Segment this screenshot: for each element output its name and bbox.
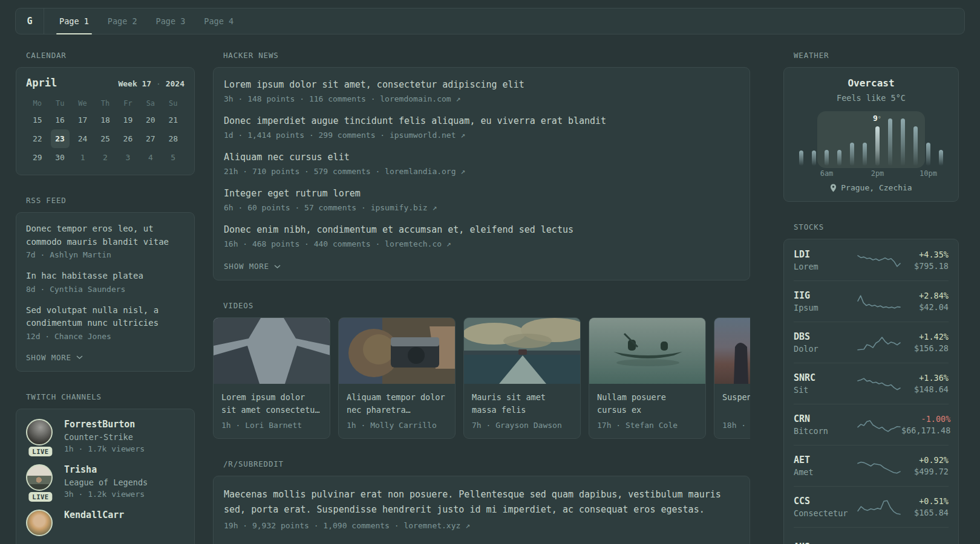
calendar-week-year: Week 17 · 2024: [118, 79, 185, 88]
subreddit-widget: Maecenas mollis pulvinar erat non posuer…: [213, 476, 750, 544]
video-title[interactable]: Nullam posuere cursus ex: [597, 391, 697, 416]
stock-price: $148.64: [901, 384, 949, 394]
rss-item[interactable]: In hac habitasse platea 8d · Cynthia Sau…: [26, 270, 185, 294]
calendar-day[interactable]: 15: [28, 111, 47, 129]
video-card[interactable]: Suspendisse diam 18h · Tara: [714, 317, 750, 439]
tab-page-3[interactable]: Page 3: [155, 8, 187, 34]
stock-row[interactable]: IIG Ipsum +2.84% $42.04: [794, 280, 949, 322]
stock-values: +0.92% $499.72: [901, 455, 949, 476]
hackernews-item[interactable]: Integer eget rutrum lorem 6h · 60 points…: [224, 187, 739, 212]
stock-sparkline: [857, 496, 901, 518]
video-card[interactable]: Mauris sit amet massa felis 7h · Grayson…: [463, 317, 581, 439]
hackernews-item-title[interactable]: Aliquam nec cursus elit: [224, 151, 739, 164]
calendar-day-selected[interactable]: 23: [51, 129, 70, 148]
weather-location-text: Prague, Czechia: [841, 183, 912, 192]
stock-price: $66,171.48: [901, 426, 950, 435]
video-card[interactable]: Nullam posuere cursus ex 17h · Stefan Co…: [589, 317, 706, 439]
twitch-channel-row[interactable]: LIVE Trisha League of Legends 3h · 1.2k …: [26, 464, 185, 499]
stock-row[interactable]: DBS Dolor +1.42% $156.28: [794, 322, 949, 363]
twitch-channel-row[interactable]: LIVE ForrestBurton Counter-Strike 1h · 1…: [26, 419, 185, 453]
video-title[interactable]: Lorem ipsum dolor sit amet consectetu…: [221, 391, 322, 416]
calendar-day[interactable]: 29: [28, 148, 47, 167]
twitch-channel-row[interactable]: KendallCarr: [26, 510, 185, 536]
stock-id: LDI Lorem: [794, 249, 857, 271]
item-link-domain[interactable]: loremlandia.org: [385, 167, 456, 176]
tab-page-2[interactable]: Page 2: [106, 8, 139, 34]
twitch-channel-name[interactable]: ForrestBurton: [64, 419, 145, 430]
stock-row[interactable]: SNRC Sit +1.36% $148.64: [794, 363, 949, 404]
rss-show-more-button[interactable]: SHOW MORE: [26, 353, 83, 362]
tab-label: Page 3: [156, 16, 186, 26]
hackernews-item-title[interactable]: Donec imperdiet augue tincidunt felis al…: [224, 115, 739, 128]
app-logo[interactable]: G: [16, 8, 44, 34]
top-bar: G Page 1 Page 2 Page 3 Page 4: [15, 8, 965, 34]
tab-page-1[interactable]: Page 1: [58, 8, 90, 34]
hackernews-show-more-button[interactable]: SHOW MORE: [224, 262, 281, 271]
hackernews-item-title[interactable]: Donec enim nibh, condimentum et accumsan…: [224, 224, 739, 236]
video-title[interactable]: Aliquam tempor dolor nec pharetra…: [347, 391, 447, 416]
hackernews-item-title[interactable]: Integer eget rutrum lorem: [224, 187, 739, 200]
weekday-label: Fr: [123, 99, 132, 108]
item-link-domain[interactable]: loremtech.co: [385, 239, 442, 248]
calendar-day-next-month[interactable]: 1: [73, 148, 92, 167]
calendar-day[interactable]: 24: [73, 129, 92, 148]
rss-item-title[interactable]: In hac habitasse platea: [26, 270, 185, 283]
twitch-channel-name[interactable]: Trisha: [64, 464, 148, 475]
calendar-day-next-month[interactable]: 4: [141, 148, 160, 167]
calendar-day[interactable]: 26: [119, 129, 137, 148]
calendar-day[interactable]: 20: [141, 111, 160, 129]
calendar-day[interactable]: 19: [119, 111, 137, 129]
stock-row[interactable]: AET Amet +0.92% $499.72: [794, 445, 949, 486]
item-link-domain[interactable]: loremdomain.com: [380, 94, 451, 103]
external-link-icon: ↗: [460, 131, 465, 140]
item-link-domain[interactable]: ipsumify.biz: [371, 203, 428, 212]
stock-change: +1.42%: [901, 332, 949, 342]
item-link-domain[interactable]: ipsumworld.net: [390, 131, 456, 140]
stock-row[interactable]: AHS +0.46%: [794, 527, 949, 544]
video-card[interactable]: Aliquam tempor dolor nec pharetra… 1h · …: [338, 317, 456, 439]
stock-change: +0.51%: [901, 496, 949, 506]
right-column: WEATHER Overcast Feels like 5°C 9° 6am 2…: [783, 34, 959, 544]
video-card[interactable]: Lorem ipsum dolor sit amet consectetu… 1…: [213, 317, 330, 439]
stock-row[interactable]: LDI Lorem +4.35% $795.18: [794, 239, 949, 280]
hackernews-item[interactable]: Lorem ipsum dolor sit amet, consectetur …: [224, 79, 739, 103]
weather-location[interactable]: Prague, Czechia: [795, 183, 947, 192]
calendar-day[interactable]: 27: [141, 129, 160, 148]
page-tabs: Page 1 Page 2 Page 3 Page 4: [58, 8, 251, 34]
stock-ticker: AHS: [794, 542, 857, 544]
calendar-day[interactable]: 16: [51, 111, 70, 129]
calendar-day[interactable]: 18: [96, 111, 114, 129]
item-link-domain[interactable]: loremnet.xyz: [403, 521, 460, 530]
rss-item[interactable]: Sed volutpat nulla nisl, a condimentum n…: [26, 304, 185, 341]
stock-price: $156.28: [901, 343, 949, 353]
rss-item-title[interactable]: Sed volutpat nulla nisl, a condimentum n…: [26, 304, 185, 330]
hackernews-item[interactable]: Donec imperdiet augue tincidunt felis al…: [224, 115, 739, 140]
twitch-channel-name[interactable]: KendallCarr: [64, 510, 124, 520]
calendar-day[interactable]: 30: [51, 148, 70, 167]
hackernews-item-title[interactable]: Lorem ipsum dolor sit amet, consectetur …: [224, 79, 739, 91]
rss-widget: Donec tempor eros leo, ut commodo mauris…: [16, 212, 195, 372]
calendar-day-next-month[interactable]: 5: [164, 148, 183, 167]
calendar-day-next-month[interactable]: 3: [119, 148, 137, 167]
tab-page-4[interactable]: Page 4: [203, 8, 235, 34]
calendar-day[interactable]: 25: [96, 129, 114, 148]
hackernews-item[interactable]: Aliquam nec cursus elit 21h · 710 points…: [224, 151, 739, 176]
subreddit-post-title[interactable]: Maecenas mollis pulvinar erat non posuer…: [224, 487, 739, 517]
video-title[interactable]: Suspendisse diam: [722, 391, 750, 416]
rss-item[interactable]: Donec tempor eros leo, ut commodo mauris…: [26, 222, 185, 259]
rss-item-title[interactable]: Donec tempor eros leo, ut commodo mauris…: [26, 222, 185, 248]
stock-name: Bitcorn: [794, 426, 857, 436]
calendar-day[interactable]: 28: [164, 129, 183, 148]
stock-row[interactable]: CRN Bitcorn -1.00% $66,171.48: [794, 404, 949, 445]
calendar-day[interactable]: 22: [28, 129, 47, 148]
stock-name: Lorem: [794, 262, 857, 271]
calendar-day-next-month[interactable]: 2: [96, 148, 114, 167]
calendar-day[interactable]: 21: [164, 111, 183, 129]
hackernews-widget: Lorem ipsum dolor sit amet, consectetur …: [213, 67, 750, 280]
stock-row[interactable]: CCS Consectetur +0.51% $165.84: [794, 486, 949, 527]
video-thumbnail: [714, 318, 750, 384]
video-title[interactable]: Mauris sit amet massa felis: [472, 391, 572, 416]
hackernews-item[interactable]: Donec enim nibh, condimentum et accumsan…: [224, 224, 739, 248]
twitch-section-title: TWITCH CHANNELS: [26, 392, 195, 401]
calendar-day[interactable]: 17: [73, 111, 92, 129]
